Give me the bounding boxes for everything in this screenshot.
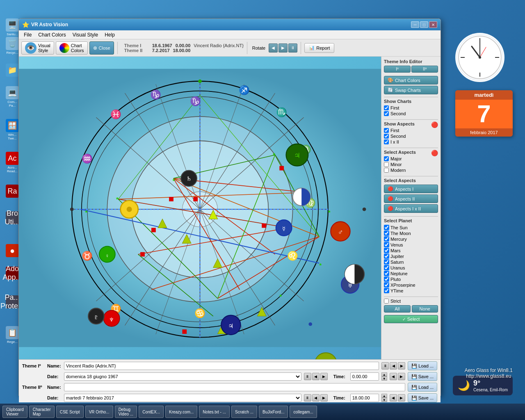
aspects-i-button[interactable]: 🔴 Aspects I bbox=[384, 185, 438, 193]
time-i-down[interactable]: ▼ bbox=[381, 377, 387, 381]
aspects-ii-button[interactable]: 🔴 Aspects II bbox=[384, 194, 438, 203]
load-i-button[interactable]: 💾 Load ... bbox=[408, 361, 437, 370]
taskbar-item-collegam[interactable]: collegam... bbox=[290, 406, 317, 418]
taskbar-item-kreazy[interactable]: Kreazy.com... bbox=[165, 406, 197, 418]
planet-checkbox[interactable] bbox=[384, 265, 389, 270]
show-charts-section: Show Charts First Second bbox=[384, 99, 438, 116]
show-aspects-ixii-checkbox[interactable] bbox=[384, 139, 389, 144]
planet-checkbox[interactable] bbox=[384, 236, 389, 242]
show-charts-first-checkbox[interactable] bbox=[384, 105, 389, 110]
close-button[interactable]: ✕ bbox=[429, 21, 437, 28]
calendar-month: martedì bbox=[455, 90, 513, 100]
planet-checkbox[interactable] bbox=[384, 282, 389, 288]
time-ii-down[interactable]: ▼ bbox=[381, 398, 387, 402]
prev-date-i-btn[interactable]: ◀ bbox=[312, 373, 320, 380]
swap-charts-button[interactable]: 🔄 Swap Charts bbox=[384, 86, 438, 94]
save-i-button[interactable]: 💾 Save ... bbox=[408, 372, 437, 381]
transport-pause-button[interactable]: ⏸ bbox=[288, 43, 297, 52]
planet-checkbox[interactable] bbox=[384, 259, 389, 265]
tab-ii-button[interactable]: IIº bbox=[411, 66, 438, 73]
taskbar-item-clipboard[interactable]: ClipboardViewer bbox=[2, 406, 27, 418]
planet-item: Uranus bbox=[384, 265, 438, 270]
taskbar-item-character[interactable]: CharacterMap bbox=[29, 406, 55, 418]
taskbar-item-contex[interactable]: ContEX... bbox=[139, 406, 164, 418]
load-ii-button[interactable]: 💾 Load ... bbox=[408, 383, 437, 392]
planet-checkbox[interactable] bbox=[384, 288, 389, 293]
show-aspects-second-checkbox[interactable] bbox=[384, 134, 389, 139]
prev-i-btn[interactable]: ◀ bbox=[390, 362, 397, 370]
chart-colors-button[interactable]: ChartColors bbox=[56, 41, 88, 55]
next-time-ii-btn[interactable]: ▶ bbox=[398, 394, 405, 402]
prev-time-ii-btn[interactable]: ◀ bbox=[390, 394, 397, 402]
name-i-input[interactable] bbox=[64, 362, 379, 370]
taskbar-item-scratch[interactable]: Scratch ... bbox=[231, 406, 257, 418]
minimize-button[interactable]: ─ bbox=[411, 21, 419, 28]
time-i-input[interactable] bbox=[350, 372, 379, 381]
planet-checkbox[interactable] bbox=[384, 242, 389, 247]
chart-colors-panel-button[interactable]: 🎨 Chart Colors bbox=[384, 76, 438, 84]
toolbar: 👁️ VisualStyle ChartColors ⊗ Close Theme… bbox=[19, 39, 441, 57]
taskbar-item-buj[interactable]: BuJixFord... bbox=[259, 406, 288, 418]
taskbar-item-vr[interactable]: VR Ortho... bbox=[85, 406, 113, 418]
transport-time-i: ◀ ▶ bbox=[390, 373, 405, 380]
menu-help[interactable]: Help bbox=[101, 31, 118, 39]
planet-name: Neptune bbox=[390, 271, 408, 276]
app-window: ⭐ VR Astro Vision ─ □ ✕ File Chart Color… bbox=[18, 18, 441, 396]
planet-checkbox[interactable] bbox=[384, 253, 389, 259]
save-ii-button[interactable]: 💾 Save ... bbox=[408, 393, 437, 402]
planet-checkbox[interactable] bbox=[384, 271, 389, 276]
time-i-up[interactable]: ▲ bbox=[381, 372, 387, 377]
name-ii-input[interactable] bbox=[64, 383, 405, 391]
time-ii-up[interactable]: ▲ bbox=[381, 394, 387, 398]
all-button[interactable]: All bbox=[384, 305, 411, 313]
close-button-toolbar[interactable]: ⊗ Close bbox=[89, 41, 114, 55]
time-ii-input[interactable] bbox=[350, 394, 379, 402]
date-i-label: Date: bbox=[47, 374, 62, 379]
planet-checkbox[interactable] bbox=[384, 248, 389, 253]
taskbar-item-cse[interactable]: CSE Script bbox=[56, 406, 84, 418]
visual-style-button[interactable]: 👁️ VisualStyle bbox=[21, 41, 54, 55]
select-button[interactable]: ✓ Select bbox=[384, 315, 438, 323]
next-date-i-btn[interactable]: ▶ bbox=[320, 373, 328, 380]
aspects-minor-checkbox[interactable] bbox=[384, 162, 389, 167]
pause-date-i-btn[interactable]: ⏸ bbox=[304, 373, 311, 380]
report-button[interactable]: 📊 Report bbox=[304, 43, 334, 53]
maximize-button[interactable]: □ bbox=[420, 21, 428, 28]
strict-checkbox[interactable] bbox=[384, 299, 389, 304]
aspects-modern-checkbox[interactable] bbox=[384, 168, 389, 173]
next-time-i-btn[interactable]: ▶ bbox=[398, 373, 405, 380]
theme-ii-form-row: Theme IIº Name: 💾 Load ... bbox=[22, 383, 437, 392]
taskbar-item-notes[interactable]: Notes.txt - ... bbox=[199, 406, 230, 418]
transport-prev-button[interactable]: ◀ bbox=[269, 43, 278, 52]
planet-checkbox[interactable] bbox=[384, 276, 389, 282]
show-charts-second-label: Second bbox=[390, 111, 406, 116]
menu-visual-style[interactable]: Visual Style bbox=[69, 31, 101, 39]
date-i-select[interactable]: domenica 18 giugno 1967 bbox=[64, 372, 301, 381]
aspects-ixii-button[interactable]: 🔴 Aspects I x II bbox=[384, 204, 438, 213]
theme-i-time: 0.00.00 bbox=[176, 43, 191, 48]
show-aspects-first-checkbox[interactable] bbox=[384, 128, 389, 133]
date-ii-select[interactable]: martedì 7 febbraio 2017 bbox=[64, 394, 301, 402]
planet-checkbox[interactable] bbox=[384, 231, 389, 236]
taskbar-item-debug[interactable]: DebugVideo ... bbox=[115, 406, 137, 418]
aero-glass-text: Aero Glass for Win8.1 http://www.glass8.… bbox=[465, 368, 513, 379]
menu-file[interactable]: File bbox=[21, 31, 35, 39]
pause-i-btn[interactable]: ⏸ bbox=[381, 362, 389, 370]
taskbar: ClipboardViewer CharacterMap CSE Script … bbox=[0, 404, 525, 420]
menu-chart-colors[interactable]: Chart Colors bbox=[35, 31, 69, 39]
prev-date-ii-btn[interactable]: ◀ bbox=[312, 394, 320, 402]
next-date-ii-btn[interactable]: ▶ bbox=[320, 394, 328, 402]
show-charts-second-checkbox[interactable] bbox=[384, 111, 389, 116]
svg-text:♏: ♏ bbox=[276, 107, 287, 118]
transport-play-button[interactable]: ▶ bbox=[278, 43, 288, 52]
tab-i-button[interactable]: Iº bbox=[384, 66, 411, 73]
aspects-major-checkbox[interactable] bbox=[384, 156, 389, 161]
aspects-minor-label: Minor bbox=[390, 162, 402, 167]
planet-checkbox[interactable] bbox=[384, 225, 389, 230]
pause-date-ii-btn[interactable]: ⏸ bbox=[304, 394, 311, 402]
svg-point-105 bbox=[363, 208, 366, 211]
show-aspects-ixii-label: I x II bbox=[390, 139, 399, 144]
none-button[interactable]: None bbox=[412, 305, 438, 313]
prev-time-i-btn[interactable]: ◀ bbox=[390, 373, 397, 380]
next-i-btn[interactable]: ▶ bbox=[398, 362, 405, 370]
